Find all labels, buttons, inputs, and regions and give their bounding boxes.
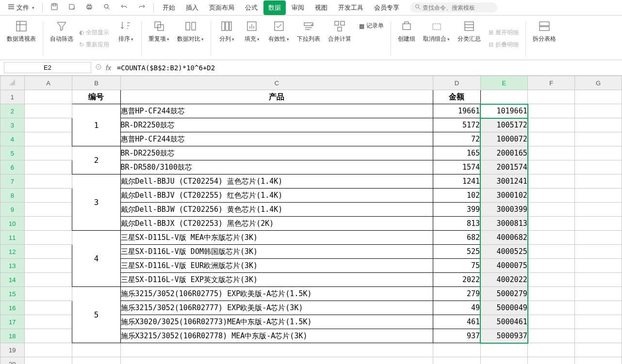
save-button[interactable] bbox=[47, 1, 62, 14]
reapply-button[interactable]: ↻重新应用 bbox=[76, 39, 112, 50]
split-table-button[interactable]: 拆分表格 bbox=[530, 17, 559, 60]
cell-E16[interactable]: 5000049 bbox=[480, 301, 528, 315]
cell-C14[interactable]: 三星SX-D116L-V版 EXP英文版芯片(3K) bbox=[120, 273, 433, 287]
row-header-3[interactable]: 3 bbox=[0, 118, 25, 132]
print-preview-button[interactable] bbox=[99, 1, 115, 14]
undo-button[interactable] bbox=[116, 1, 132, 14]
row-header-20[interactable]: 20 bbox=[0, 357, 25, 364]
cell-B15[interactable]: 5 bbox=[72, 287, 120, 343]
cell-E11[interactable]: 4000682 bbox=[480, 231, 528, 245]
cell-C4[interactable]: 惠普HP-CF244鼓芯 bbox=[120, 132, 433, 146]
consolidate-button[interactable]: 合并计算 bbox=[325, 17, 354, 60]
cell-D2[interactable]: 19661 bbox=[433, 104, 480, 118]
row-header-7[interactable]: 7 bbox=[0, 174, 25, 189]
cell-C6[interactable]: BR-DR580/3100鼓芯 bbox=[120, 160, 433, 174]
row-header-9[interactable]: 9 bbox=[0, 203, 25, 217]
sheet-area[interactable]: ABCDEFG1编号产品金额21惠普HP-CF244鼓芯196611019661… bbox=[0, 76, 622, 364]
search-box[interactable] bbox=[410, 2, 497, 13]
cell-C11[interactable]: 三星SX-D115L-V版 MEA中东版芯片(3K) bbox=[120, 231, 433, 245]
collapse-detail-button[interactable]: ⊟折叠明细 bbox=[486, 39, 522, 50]
cell-E17[interactable]: 5000461 bbox=[480, 315, 528, 329]
cell-B5[interactable]: 2 bbox=[72, 146, 120, 174]
col-header-E[interactable]: E bbox=[480, 76, 528, 90]
create-group-button[interactable]: 创建组 bbox=[395, 17, 418, 60]
tab-页面布局[interactable]: 页面布局 bbox=[204, 0, 239, 15]
cell-C1[interactable]: 产品 bbox=[120, 90, 433, 104]
dropdown-list-button[interactable]: 下拉列表 bbox=[294, 17, 323, 60]
subtotal-button[interactable]: 分类汇总 bbox=[455, 17, 484, 60]
row-header-13[interactable]: 13 bbox=[0, 259, 25, 273]
sort-button[interactable]: 排序▾ bbox=[114, 17, 137, 60]
row-header-4[interactable]: 4 bbox=[0, 132, 25, 146]
cell-D15[interactable]: 279 bbox=[433, 287, 480, 301]
cell-E9[interactable]: 3000399 bbox=[480, 203, 528, 217]
cell-E6[interactable]: 2001574 bbox=[480, 160, 528, 174]
row-header-16[interactable]: 16 bbox=[0, 301, 25, 315]
col-header-G[interactable]: G bbox=[575, 76, 622, 90]
redo-button[interactable] bbox=[134, 1, 149, 14]
cell-C13[interactable]: 三星SX-D116L-V版 EUR欧洲版芯片(3K) bbox=[120, 259, 433, 273]
col-header-F[interactable]: F bbox=[528, 76, 575, 90]
cell-E3[interactable]: 1005172 bbox=[480, 118, 528, 132]
tab-插入[interactable]: 插入 bbox=[181, 0, 203, 15]
col-header-D[interactable]: D bbox=[433, 76, 480, 90]
tab-开始[interactable]: 开始 bbox=[158, 0, 180, 15]
cell-C15[interactable]: 施乐3215/3052(106R02775) EXP欧美版-A芯片(1.5K) bbox=[120, 287, 433, 301]
cell-C7[interactable]: 戴尔Dell-BBJU (CT202254) 蓝色芯片(1.4K) bbox=[120, 174, 433, 189]
select-all-corner[interactable] bbox=[0, 76, 25, 90]
col-header-C[interactable]: C bbox=[120, 76, 433, 90]
cell-E1[interactable] bbox=[480, 90, 528, 104]
cell-E13[interactable]: 4000075 bbox=[480, 259, 528, 273]
fill-button[interactable]: 填充▾ bbox=[240, 17, 263, 60]
row-header-6[interactable]: 6 bbox=[0, 160, 25, 174]
cell-E8[interactable]: 3000102 bbox=[480, 189, 528, 203]
cell-D1[interactable]: 金额 bbox=[433, 90, 480, 104]
cell-B11[interactable]: 4 bbox=[72, 231, 120, 287]
cell-D7[interactable]: 1241 bbox=[433, 174, 480, 189]
cell-E18[interactable]: 5000937 bbox=[480, 329, 528, 343]
cell-E12[interactable]: 4000525 bbox=[480, 245, 528, 259]
row-header-17[interactable]: 17 bbox=[0, 315, 25, 329]
tab-视图[interactable]: 视图 bbox=[310, 0, 332, 15]
row-header-2[interactable]: 2 bbox=[0, 104, 25, 118]
col-header-A[interactable]: A bbox=[24, 76, 72, 90]
tab-公式[interactable]: 公式 bbox=[240, 0, 262, 15]
expand-detail-button[interactable]: ⊞展开明细 bbox=[486, 27, 522, 38]
cell-E4[interactable]: 1000072 bbox=[480, 132, 528, 146]
cell-E2[interactable]: 1019661 bbox=[480, 104, 528, 118]
cell-D9[interactable]: 399 bbox=[433, 203, 480, 217]
formula-input[interactable] bbox=[115, 62, 618, 74]
row-header-15[interactable]: 15 bbox=[0, 287, 25, 301]
ungroup-button[interactable]: 取消组合▾ bbox=[420, 17, 453, 60]
row-header-10[interactable]: 10 bbox=[0, 217, 25, 231]
cell-C5[interactable]: BR-DR2250鼓芯 bbox=[120, 146, 433, 160]
cell-C18[interactable]: 施乐X3215/3052(106R02778) MEA中东版-A芯片(3K) bbox=[120, 329, 433, 343]
cell-D17[interactable]: 461 bbox=[433, 315, 480, 329]
cell-D13[interactable]: 75 bbox=[433, 259, 480, 273]
show-all-button[interactable]: ◐全部显示 bbox=[76, 27, 112, 38]
cell-D3[interactable]: 5172 bbox=[433, 118, 480, 132]
cell-B2[interactable]: 1 bbox=[72, 104, 120, 146]
row-header-12[interactable]: 12 bbox=[0, 245, 25, 259]
cell-C8[interactable]: 戴尔Dell-BBJV (CT202255) 红色芯片(1.4K) bbox=[120, 189, 433, 203]
data-compare-button[interactable]: 数据对比▾ bbox=[174, 17, 207, 60]
cell-D12[interactable]: 525 bbox=[433, 245, 480, 259]
tab-数据[interactable]: 数据 bbox=[263, 0, 286, 15]
row-header-5[interactable]: 5 bbox=[0, 146, 25, 160]
cell-C3[interactable]: BR-DR2250鼓芯 bbox=[120, 118, 433, 132]
cell-D8[interactable]: 102 bbox=[433, 189, 480, 203]
cell-E5[interactable]: 2000165 bbox=[480, 146, 528, 160]
cell-D10[interactable]: 813 bbox=[433, 217, 480, 231]
row-header-1[interactable]: 1 bbox=[0, 90, 25, 104]
cell-B7[interactable]: 3 bbox=[72, 174, 120, 231]
tab-会员专享[interactable]: 会员专享 bbox=[369, 0, 404, 15]
cancel-icon[interactable] bbox=[95, 63, 102, 72]
print-button[interactable] bbox=[82, 1, 97, 14]
row-header-18[interactable]: 18 bbox=[0, 329, 25, 343]
tab-开发工具[interactable]: 开发工具 bbox=[333, 0, 368, 15]
fx-label[interactable]: fx bbox=[106, 64, 111, 72]
tab-审阅[interactable]: 审阅 bbox=[287, 0, 309, 15]
cell-C2[interactable]: 惠普HP-CF244鼓芯 bbox=[120, 104, 433, 118]
cell-C12[interactable]: 三星SX-D116L-V版 DOM韩国版芯片(3K) bbox=[120, 245, 433, 259]
text-to-columns-button[interactable]: 分列▾ bbox=[215, 17, 238, 60]
